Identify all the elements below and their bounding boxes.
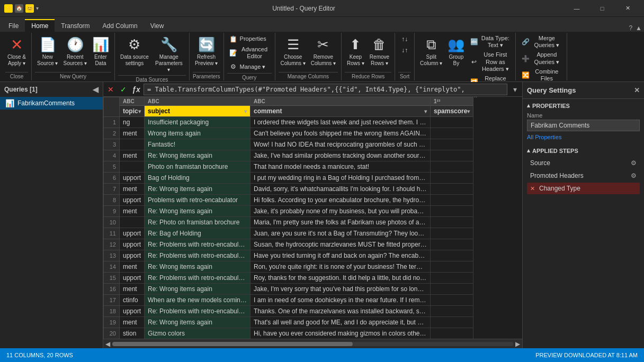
table-row[interactable]: 20 stion Gizmo colors Hi, have you ever … bbox=[104, 328, 473, 339]
manage-btn[interactable]: ⚙ Manage ▾ bbox=[227, 61, 272, 72]
step-promoted-headers[interactable]: Promoted Headers ⚙ bbox=[527, 170, 640, 182]
tab-file[interactable]: File bbox=[2, 19, 25, 32]
properties-arrow-icon: ▴ bbox=[527, 102, 530, 109]
formula-expand-btn[interactable]: ▾ bbox=[509, 84, 520, 95]
properties-icon: 📋 bbox=[229, 35, 238, 43]
table-row[interactable]: 10 Re: Photo on framistan brochure Maria… bbox=[104, 217, 473, 228]
table-row[interactable]: 4 ment Re: Wrong items again Jake, I've … bbox=[104, 150, 473, 161]
col-topic-arrow[interactable]: ▾ bbox=[138, 108, 141, 114]
table-row[interactable]: 16 ment Re: Wrong items again Jake, I'm … bbox=[104, 284, 473, 295]
topic-cell bbox=[120, 217, 145, 228]
comment-cell: Juan, are you sure it's not a Bag of Tra… bbox=[251, 228, 431, 239]
col-header-comment[interactable]: ABC comment▾ bbox=[251, 97, 431, 117]
ribbon-group-reduce-rows: ⬆ KeepRows ▾ 🗑 RemoveRows ▾ Reduce Rows bbox=[342, 33, 395, 80]
enter-data-btn[interactable]: 📊 EnterData bbox=[90, 34, 111, 68]
choose-columns-btn[interactable]: ☰ ChooseColumns ▾ bbox=[279, 34, 308, 68]
table-row[interactable]: 13 upport Re: Problems with retro-encabu… bbox=[104, 250, 473, 261]
data-sources-group-label: Data Sources bbox=[118, 75, 186, 83]
table-row[interactable]: 7 ment Re: Wrong items again David, sorr… bbox=[104, 184, 473, 195]
table-row[interactable]: 18 upport Re: Problems with retro-encabu… bbox=[104, 306, 473, 317]
table-row[interactable]: 6 upport Bag of Holding I put my wedding… bbox=[104, 173, 473, 184]
spamscore-cell bbox=[431, 261, 473, 273]
col-header-spamscore[interactable]: 1²³ spamscore▾ bbox=[431, 97, 473, 117]
table-row[interactable]: 17 ctinfo When are the new models coming… bbox=[104, 295, 473, 306]
split-column-btn[interactable]: ⧉ SplitColumn ▾ bbox=[418, 34, 444, 68]
remove-columns-btn[interactable]: ✂ RemoveColumns ▾ bbox=[309, 34, 338, 68]
data-type-btn[interactable]: 🔤 Data Type: Text ▾ bbox=[468, 34, 512, 50]
step-source-left: Source bbox=[530, 159, 550, 167]
spamscore-cell bbox=[431, 206, 473, 217]
data-source-settings-btn[interactable]: ⚙ Data sourcesettings bbox=[118, 34, 151, 68]
table-row[interactable]: 3 Fantastic! Wow! I had NO IDEA that rec… bbox=[104, 139, 473, 150]
table-row[interactable]: 9 ment Re: Wrong items again Jake, it's … bbox=[104, 206, 473, 217]
remove-rows-btn[interactable]: 🗑 RemoveRows ▾ bbox=[368, 34, 391, 68]
spamscore-cell bbox=[431, 284, 473, 295]
scroll-right-btn[interactable]: ▶ bbox=[515, 340, 520, 348]
minimize-btn[interactable]: — bbox=[565, 0, 589, 17]
sidebar-item-fabrikamcomments[interactable]: 📊 FabrikamComments bbox=[0, 97, 103, 110]
spamscore-cell bbox=[431, 128, 473, 139]
table-row[interactable]: 1 ng Insufficient packaging I ordered th… bbox=[104, 117, 473, 128]
quick-access-arrow[interactable]: ▾ bbox=[36, 5, 39, 11]
split-column-icon: ⧉ bbox=[423, 36, 440, 53]
formula-fx-btn[interactable]: ƒx bbox=[131, 84, 141, 95]
table-row[interactable]: 14 ment Re: Wrong items again Ron, you'r… bbox=[104, 261, 473, 273]
step-changed-type[interactable]: ✕ Changed Type bbox=[527, 183, 640, 194]
combine-files-btn[interactable]: 🔀 Combine Files bbox=[519, 67, 564, 83]
advanced-editor-btn[interactable]: 📝 Advanced Editor bbox=[227, 45, 272, 61]
new-source-btn[interactable]: 📄 NewSource ▾ bbox=[35, 34, 60, 68]
manage-params-btn[interactable]: 🔧 ManageParameters ▾ bbox=[152, 34, 186, 74]
col-header-subject[interactable]: ABC subject▾ bbox=[145, 97, 251, 117]
hscroll-bar[interactable]: ◀ ▶ bbox=[103, 339, 522, 348]
first-row-headers-btn[interactable]: ↩ Use First Row as Headers ▾ bbox=[468, 50, 512, 74]
sort-desc-btn[interactable]: ↓↑ bbox=[398, 45, 411, 56]
tab-view[interactable]: View bbox=[144, 19, 171, 32]
formula-input[interactable] bbox=[144, 84, 507, 95]
refresh-preview-btn[interactable]: 🔄 RefreshPreview ▾ bbox=[193, 34, 220, 68]
group-by-btn[interactable]: 👥 GroupBy bbox=[445, 34, 467, 68]
formula-cancel-btn[interactable]: ✕ bbox=[105, 84, 116, 95]
col-header-topic[interactable]: ABC topic▾ bbox=[120, 97, 145, 117]
properties-btn[interactable]: 📋 Properties bbox=[227, 34, 272, 44]
tab-transform[interactable]: Transform bbox=[55, 19, 96, 32]
table-row[interactable]: 8 upport Problems with retro-encabulator… bbox=[104, 195, 473, 206]
keep-rows-btn[interactable]: ⬆ KeepRows ▾ bbox=[345, 34, 366, 68]
step-promoted-left: Promoted Headers bbox=[530, 172, 584, 179]
close-window-btn[interactable]: ✕ bbox=[615, 0, 640, 17]
step-source[interactable]: Source ⚙ bbox=[527, 157, 640, 169]
table-row[interactable]: 11 upport Re: Bag of Holding Juan, are y… bbox=[104, 228, 473, 239]
step-source-gear-icon[interactable]: ⚙ bbox=[631, 159, 637, 167]
subject-cell: Re: Wrong items again bbox=[145, 150, 251, 161]
table-row[interactable]: 2 ment Wrong items again Can't believe y… bbox=[104, 128, 473, 139]
ribbon-help-btn[interactable]: ? bbox=[629, 24, 632, 32]
table-row[interactable]: 12 upport Re: Problems with retro-encabu… bbox=[104, 239, 473, 250]
table-row[interactable]: 5 Photo on framistan brochure That hand … bbox=[104, 161, 473, 173]
hscrollbar-track[interactable] bbox=[112, 342, 513, 346]
all-properties-link[interactable]: All Properties bbox=[527, 134, 561, 140]
sidebar-collapse-btn[interactable]: ◀ bbox=[93, 85, 99, 94]
close-apply-btn[interactable]: ✕ Close &Apply ▾ bbox=[5, 34, 28, 68]
col-spamscore-arrow[interactable]: ▾ bbox=[467, 108, 470, 114]
manage-label: Manage ▾ bbox=[240, 64, 266, 70]
topic-type-icon: ABC bbox=[123, 98, 135, 104]
data-grid[interactable]: ABC topic▾ ABC subject▾ bbox=[103, 97, 522, 339]
col-subject-arrow[interactable]: ▾ bbox=[244, 108, 247, 114]
combine-files-label: Combine Files bbox=[532, 68, 561, 82]
formula-confirm-btn[interactable]: ✓ bbox=[118, 84, 129, 95]
table-row[interactable]: 15 upport Re: Problems with retro-encabu… bbox=[104, 273, 473, 284]
col-comment-arrow[interactable]: ▾ bbox=[424, 108, 427, 114]
tab-home[interactable]: Home bbox=[25, 19, 55, 32]
hscrollbar-thumb[interactable] bbox=[112, 342, 353, 346]
table-row[interactable]: 19 ment Re: Wrong items again That's all… bbox=[104, 317, 473, 328]
query-settings-close-btn[interactable]: ✕ bbox=[634, 86, 640, 94]
maximize-btn[interactable]: □ bbox=[590, 0, 614, 17]
sort-asc-btn[interactable]: ↑↓ bbox=[398, 34, 411, 44]
ribbon-collapse-btn[interactable]: ▲ bbox=[636, 24, 642, 32]
recent-sources-btn[interactable]: 🕐 RecentSources ▾ bbox=[61, 34, 88, 68]
step-promoted-gear-icon[interactable]: ⚙ bbox=[631, 172, 637, 179]
append-queries-btn[interactable]: ➕ Append Queries ▾ bbox=[519, 50, 564, 66]
merge-queries-btn[interactable]: 🔗 Merge Queries ▾ bbox=[519, 34, 564, 50]
row-num-cell: 5 bbox=[104, 161, 120, 173]
scroll-left-btn[interactable]: ◀ bbox=[105, 340, 110, 348]
tab-add-column[interactable]: Add Column bbox=[96, 19, 144, 32]
